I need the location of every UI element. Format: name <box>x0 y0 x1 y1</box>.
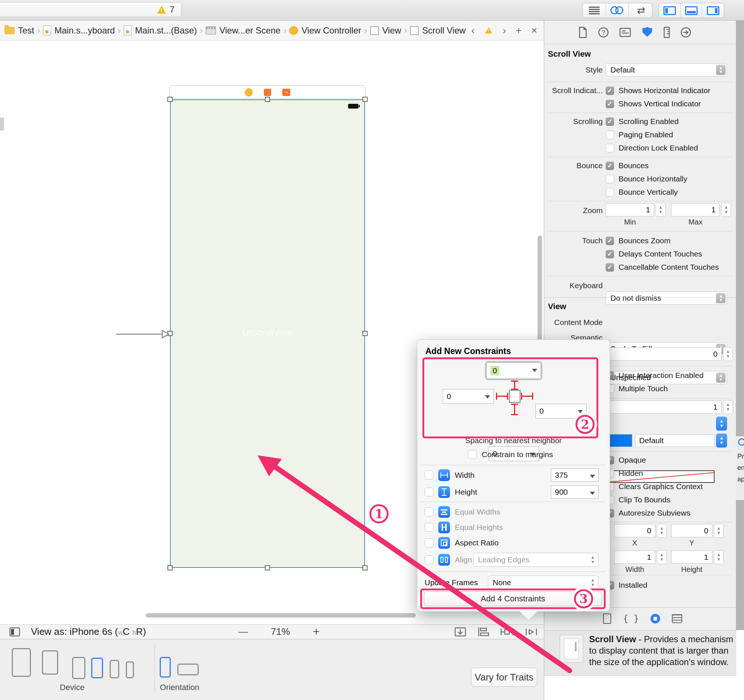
width-checkbox[interactable] <box>425 471 433 480</box>
orientation-portrait-button-selected[interactable] <box>160 657 171 678</box>
shows-horizontal-checkbox-checked[interactable] <box>606 86 614 95</box>
device-ipad-mini-button[interactable] <box>42 650 58 675</box>
device-iphone6s-button-selected[interactable] <box>91 658 103 678</box>
top-strut[interactable] <box>514 381 515 389</box>
stretching-width-stepper[interactable]: ▲▼ <box>657 550 667 564</box>
shows-vertical-checkbox-checked[interactable] <box>606 100 614 108</box>
first-responder-icon[interactable] <box>264 89 271 96</box>
back-button[interactable]: ‹ <box>471 25 475 36</box>
zoom-min-field[interactable]: 1 <box>606 203 654 216</box>
zoom-max-stepper[interactable]: ▲▼ <box>721 203 731 217</box>
tint-popup[interactable]: Default <box>635 434 714 447</box>
forward-button[interactable]: › <box>503 25 506 36</box>
constrain-to-margins-checkbox[interactable] <box>468 450 477 459</box>
library-filter-area[interactable] <box>544 675 736 700</box>
stretching-width-field[interactable]: 1 <box>614 551 655 564</box>
identity-inspector-tab[interactable] <box>619 28 631 37</box>
selection-handle[interactable] <box>362 97 368 102</box>
right-spacing-field[interactable]: 0 <box>536 404 586 419</box>
selection-handle[interactable] <box>362 565 368 570</box>
paging-enabled-checkbox[interactable] <box>606 131 614 139</box>
direction-lock-checkbox[interactable] <box>606 144 614 152</box>
tag-stepper[interactable]: ▲▼ <box>723 347 733 361</box>
selection-handle[interactable] <box>265 97 270 102</box>
equal-widths-checkbox[interactable] <box>425 508 433 516</box>
top-spacing-field-focused[interactable]: 0 <box>485 361 542 380</box>
resolve-issues-button[interactable] <box>525 626 538 637</box>
navigator-splitter-notch[interactable] <box>0 118 4 130</box>
exit-segue-icon[interactable] <box>282 89 290 96</box>
version-editor-button[interactable]: ⇄ <box>629 3 652 18</box>
aspect-ratio-checkbox[interactable] <box>425 538 433 547</box>
stretching-x-stepper[interactable]: ▲▼ <box>657 524 667 538</box>
embed-in-stack-button[interactable] <box>454 626 467 637</box>
warning-icon[interactable] <box>157 6 166 13</box>
horizontal-scrollbar[interactable] <box>146 613 416 618</box>
document-outline-toggle-icon[interactable] <box>10 627 20 636</box>
close-editor-button[interactable]: × <box>531 25 537 36</box>
selection-handle[interactable] <box>167 97 173 102</box>
stretching-y-stepper[interactable]: ▲▼ <box>714 524 724 538</box>
stretching-height-field[interactable]: 1 <box>671 551 712 564</box>
issues-button[interactable] <box>485 27 493 33</box>
media-library-tab[interactable] <box>672 614 682 623</box>
orientation-landscape-button[interactable] <box>177 664 199 675</box>
bounce-vertically-checkbox[interactable] <box>606 188 614 197</box>
code-snippets-library-tab[interactable]: { } <box>623 614 639 624</box>
file-templates-library-tab[interactable] <box>603 614 611 624</box>
update-frames-popup[interactable]: None▲▼ <box>488 576 598 590</box>
stretching-x-field[interactable]: 0 <box>614 524 655 537</box>
standard-editor-button[interactable] <box>583 3 606 18</box>
view-controller-dock-icon[interactable] <box>245 88 253 97</box>
breadcrumb-storyboard[interactable]: Main.s...yboard <box>43 25 115 36</box>
align-button[interactable] <box>477 626 490 637</box>
zoom-out-button[interactable]: — <box>238 626 248 637</box>
zoom-level[interactable]: 71% <box>271 626 290 637</box>
height-value-field[interactable]: 900 <box>551 486 599 499</box>
breadcrumb-storyboard-base[interactable]: Main.st...(Base) <box>124 25 197 36</box>
left-spacing-field[interactable]: 0 <box>443 389 494 404</box>
scrolling-enabled-checkbox-checked[interactable] <box>606 118 614 126</box>
device-iphone6s-plus-button[interactable] <box>72 657 85 679</box>
object-library-tab-selected[interactable] <box>650 614 660 623</box>
bounce-horizontally-checkbox[interactable] <box>606 175 614 183</box>
size-inspector-tab[interactable] <box>664 27 670 38</box>
width-value-field[interactable]: 375 <box>551 469 599 482</box>
delays-content-touches-checkbox-checked[interactable] <box>606 250 614 258</box>
connections-inspector-tab[interactable] <box>680 27 691 38</box>
breadcrumb-view[interactable]: View <box>370 25 402 36</box>
alpha-field[interactable]: 1 <box>606 401 722 414</box>
right-strut[interactable] <box>521 396 533 397</box>
breadcrumb-view-controller[interactable]: View Controller <box>289 25 361 36</box>
add-constraints-button[interactable] <box>500 626 514 637</box>
keyboard-popup[interactable]: Do not dismiss▲▼ <box>606 292 727 305</box>
view-as-label[interactable]: View as: iPhone 6s (wC hR) <box>31 626 146 637</box>
device-iphone-se-button[interactable] <box>110 660 119 678</box>
breadcrumb-project[interactable]: Test <box>4 25 34 36</box>
quick-help-inspector-tab[interactable]: ? <box>598 27 609 38</box>
selection-handle[interactable] <box>362 331 368 336</box>
tag-field[interactable]: 0 <box>606 347 722 361</box>
stretching-height-stepper[interactable]: ▲▼ <box>714 550 724 564</box>
style-popup[interactable]: Default▲▼ <box>606 63 727 77</box>
tint-popup-stepper[interactable]: ▲▼ <box>716 433 727 448</box>
selection-handle[interactable] <box>265 565 270 570</box>
bounces-zoom-checkbox-checked[interactable] <box>606 237 614 245</box>
warning-count[interactable]: 7 <box>170 5 174 15</box>
navigator-panel-button[interactable] <box>659 3 681 18</box>
breadcrumb-scroll-view[interactable]: Scroll View <box>410 25 466 36</box>
selection-handle[interactable] <box>167 565 173 570</box>
breadcrumb-scene[interactable]: View...er Scene <box>206 25 280 36</box>
align-popup[interactable]: Leading Edges▲▼ <box>473 553 598 567</box>
equal-heights-checkbox[interactable] <box>425 523 433 532</box>
device-iphone4s-button[interactable] <box>126 661 134 678</box>
assistant-editor-button[interactable] <box>606 3 629 18</box>
zoom-min-stepper[interactable]: ▲▼ <box>656 203 666 217</box>
device-ipad-button[interactable] <box>12 648 31 677</box>
attributes-inspector-tab-selected[interactable] <box>641 27 653 38</box>
zoom-max-field[interactable]: 1 <box>671 203 720 216</box>
alpha-stepper[interactable]: ▲▼ <box>723 400 733 414</box>
height-checkbox[interactable] <box>425 488 433 496</box>
cancellable-content-touches-checkbox-checked[interactable] <box>606 263 614 272</box>
align-checkbox[interactable] <box>425 556 433 564</box>
